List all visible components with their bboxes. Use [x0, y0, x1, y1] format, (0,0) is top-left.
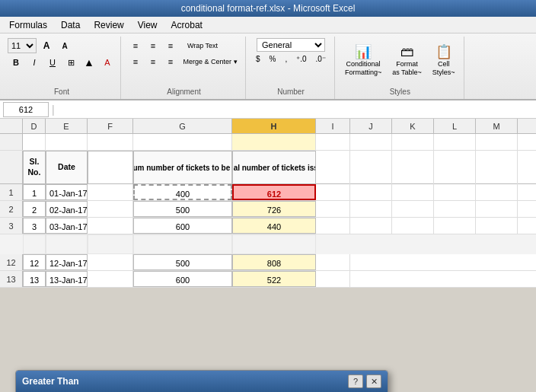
format-table-label: Formatas Table~ — [392, 60, 422, 77]
ribbon-number-group: General $ % , ⁺.0 .0⁻ Number — [247, 37, 335, 99]
cell-13-actual[interactable]: 522 — [232, 271, 316, 287]
underline-btn[interactable]: U — [44, 55, 61, 70]
bottom-row-13: 13 13 13-Jan-17 600 522 — [0, 271, 536, 288]
wrap-text-btn[interactable]: Wrap Text — [180, 38, 225, 53]
cell-2-actual[interactable]: 726 — [232, 201, 316, 217]
font-group-label: Font — [54, 88, 69, 97]
align-mid-left-btn[interactable]: ≡ — [127, 54, 144, 69]
conditional-formatting-btn[interactable]: 📊 ConditionalFormatting~ — [341, 41, 385, 79]
font-shrink-btn[interactable]: A — [56, 38, 73, 53]
name-box[interactable] — [3, 102, 49, 117]
format-table-icon: 🗃 — [400, 43, 414, 60]
menu-data[interactable]: Data — [55, 18, 86, 32]
formula-divider: | — [52, 104, 55, 116]
cell-3-actual[interactable]: 440 — [232, 218, 316, 234]
col-header-D[interactable]: D — [23, 119, 46, 133]
percent-btn[interactable]: % — [266, 53, 280, 65]
align-top-left-btn[interactable]: ≡ — [127, 38, 144, 53]
cell-styles-icon: 📋 — [436, 43, 452, 60]
col-header-K[interactable]: K — [392, 119, 434, 133]
menu-formulas[interactable]: Formulas — [3, 18, 53, 32]
max-tickets-header: Maximum number of tickets to be issued — [133, 151, 232, 184]
conditional-formatting-label: ConditionalFormatting~ — [345, 60, 381, 77]
ribbon: 11 A A B I U ⊞ ▲ A Font ≡ ≡ ≡ Wrap Text — [0, 33, 536, 100]
decrease-decimal-btn[interactable]: .0⁻ — [312, 53, 330, 65]
cell-2-max[interactable]: 500 — [133, 201, 232, 217]
cell-12-actual[interactable]: 808 — [232, 254, 316, 270]
col-header-I[interactable]: I — [316, 119, 350, 133]
sl-no-header: Sl.No. — [23, 151, 46, 184]
hidden-rows — [0, 234, 536, 254]
bold-btn[interactable]: B — [8, 55, 24, 70]
border-btn[interactable]: ⊞ — [62, 55, 79, 70]
dialog-help-btn[interactable]: ? — [348, 374, 363, 388]
cell-styles-label: CellStyles~ — [432, 60, 455, 77]
cell-3-date[interactable]: 03-Jan-17 — [46, 218, 88, 234]
formula-bar: | — [0, 100, 536, 119]
alignment-group-label: Alignment — [167, 88, 200, 97]
col-header-G[interactable]: G — [133, 119, 232, 133]
italic-btn[interactable]: I — [26, 55, 43, 70]
data-row-1: 1 1 01-Jan-17 400 612 — [0, 184, 536, 201]
cell-1-date[interactable]: 01-Jan-17 — [46, 184, 88, 200]
col-header-L[interactable]: L — [434, 119, 476, 133]
cell-12-date[interactable]: 12-Jan-17 — [46, 254, 88, 270]
cell-1-sl[interactable]: 1 — [23, 184, 46, 200]
data-row-2: 2 2 02-Jan-17 500 726 — [0, 201, 536, 218]
ribbon-alignment-group: ≡ ≡ ≡ Wrap Text ≡ ≡ ≡ Merge & Center ▾ A… — [123, 37, 246, 99]
col-header-E[interactable]: E — [46, 119, 88, 133]
cell-12-sl[interactable]: 12 — [23, 254, 46, 270]
align-top-right-btn[interactable]: ≡ — [162, 38, 179, 53]
cell-styles-btn[interactable]: 📋 CellStyles~ — [429, 41, 459, 79]
title-bar: conditional format-ref.xlsx - Microsoft … — [0, 0, 536, 17]
col-header-J[interactable]: J — [350, 119, 392, 133]
cell-13-date[interactable]: 13-Jan-17 — [46, 271, 88, 287]
menu-bar: Formulas Data Review View Acrobat — [0, 17, 536, 33]
actual-tickets-header: Actual number of tickets issued — [232, 151, 316, 184]
dialog-title-bar: Greater Than ? ✕ — [16, 371, 388, 392]
align-mid-right-btn[interactable]: ≡ — [162, 54, 179, 69]
font-grow-btn[interactable]: A — [38, 38, 55, 53]
dialog-close-btn[interactable]: ✕ — [366, 374, 381, 388]
conditional-formatting-icon: 📊 — [355, 43, 372, 60]
cell-1-max[interactable]: 400 — [133, 184, 232, 200]
align-mid-center-btn[interactable]: ≡ — [145, 54, 161, 69]
cell-2-date[interactable]: 02-Jan-17 — [46, 201, 88, 217]
fill-color-btn[interactable]: ▲ — [81, 55, 97, 70]
col-headers: D E F G H I J K L M — [0, 119, 536, 134]
currency-btn[interactable]: $ — [252, 53, 264, 65]
cell-13-sl[interactable]: 13 — [23, 271, 46, 287]
cell-1-actual[interactable]: 612 — [232, 184, 316, 200]
number-format-select[interactable]: General — [257, 38, 325, 52]
number-group-label: Number — [277, 88, 305, 97]
cell-13-max[interactable]: 600 — [133, 271, 232, 287]
dialog-title: Greater Than — [22, 376, 79, 387]
cell-3-sl[interactable]: 3 — [23, 218, 46, 234]
cell-3-max[interactable]: 600 — [133, 218, 232, 234]
row-empty-1 — [0, 134, 536, 151]
spreadsheet-container: D E F G H I J K L M Sl.N — [0, 119, 536, 288]
date-header: Date — [46, 151, 88, 184]
bottom-row-12: 12 12 12-Jan-17 500 808 — [0, 254, 536, 271]
font-color-btn[interactable]: A — [99, 55, 116, 70]
menu-acrobat[interactable]: Acrobat — [165, 18, 209, 32]
col-header-M[interactable]: M — [476, 119, 518, 133]
ribbon-font-group: 11 A A B I U ⊞ ▲ A Font — [3, 37, 121, 99]
comma-btn[interactable]: , — [281, 53, 291, 65]
dialog-controls: ? ✕ — [348, 374, 381, 388]
title-text: conditional format-ref.xlsx - Microsoft … — [181, 3, 356, 14]
col-header-H[interactable]: H — [232, 119, 316, 133]
merge-center-btn[interactable]: Merge & Center ▾ — [180, 54, 241, 69]
ribbon-styles-group: 📊 ConditionalFormatting~ 🗃 Formatas Tabl… — [337, 37, 464, 99]
bottom-rows: 12 12 12-Jan-17 500 808 13 13 13-Jan-17 … — [0, 254, 536, 288]
cell-2-sl[interactable]: 2 — [23, 201, 46, 217]
col-header-F[interactable]: F — [88, 119, 133, 133]
menu-review[interactable]: Review — [88, 18, 129, 32]
format-as-table-btn[interactable]: 🗃 Formatas Table~ — [388, 41, 426, 79]
cell-12-max[interactable]: 500 — [133, 254, 232, 270]
menu-view[interactable]: View — [132, 18, 164, 32]
header-row: Sl.No. Date Maximum number of tickets to… — [0, 151, 536, 184]
align-top-center-btn[interactable]: ≡ — [145, 38, 161, 53]
spreadsheet: D E F G H I J K L M Sl.N — [0, 119, 536, 254]
increase-decimal-btn[interactable]: ⁺.0 — [292, 53, 310, 65]
